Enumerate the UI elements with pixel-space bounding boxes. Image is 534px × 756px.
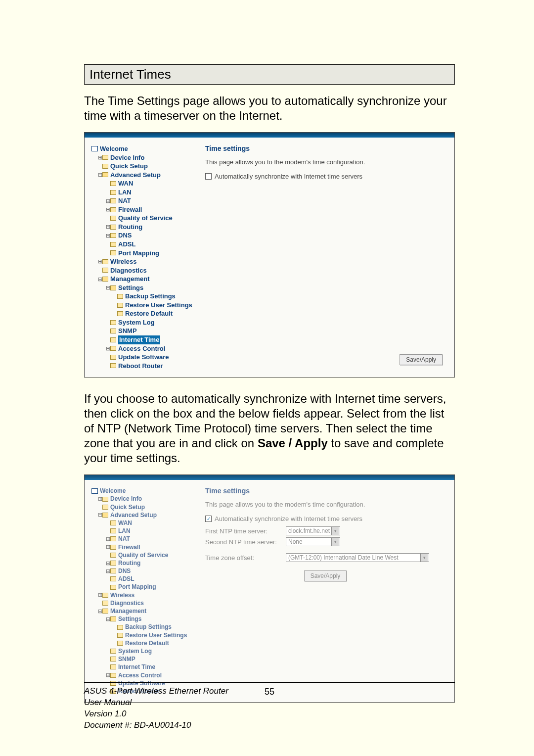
tree-management[interactable]: ⊟Management	[91, 275, 190, 284]
tree-snmp[interactable]: SNMP	[91, 655, 190, 663]
tz-select[interactable]: (GMT-12:00) International Date Line West	[286, 553, 429, 562]
expand-icon[interactable]: ⊞	[97, 591, 102, 599]
expand-icon[interactable]: ⊞	[105, 543, 110, 551]
tree-firewall[interactable]: ⊞Firewall	[91, 543, 190, 551]
expand-icon[interactable]: ⊞	[105, 206, 110, 213]
screenshot-topbar	[85, 475, 454, 480]
tree-dns[interactable]: ⊞DNS	[91, 231, 190, 240]
collapse-icon[interactable]: ⊟	[97, 511, 102, 519]
expand-icon[interactable]: ⊞	[105, 560, 110, 567]
tree-quick-setup[interactable]: Quick Setup	[91, 503, 190, 511]
expand-icon[interactable]: ⊞	[105, 535, 110, 543]
collapse-icon[interactable]: ⊟	[105, 615, 110, 623]
expand-icon[interactable]: ⊞	[105, 567, 110, 575]
content-desc: This page allows you to the modem's time…	[205, 158, 445, 166]
save-apply-button[interactable]: Save/Apply	[304, 570, 347, 581]
tree-wan[interactable]: WAN	[91, 519, 190, 527]
tree-nat[interactable]: ⊞NAT	[91, 535, 190, 543]
footer-line2: User Manual	[84, 697, 455, 709]
first-ntp-select[interactable]: clock.fmt.he.net	[286, 526, 340, 535]
collapse-icon[interactable]: ⊟	[97, 608, 102, 615]
tree-backup[interactable]: Backup Settings	[91, 292, 190, 301]
tree-port-mapping[interactable]: Port Mapping	[91, 583, 190, 591]
tree-device-info[interactable]: ⊞Device Info	[91, 495, 190, 503]
expand-icon[interactable]: ⊞	[105, 345, 110, 352]
tree-lan[interactable]: LAN	[91, 527, 190, 535]
second-ntp-select[interactable]: None	[286, 537, 340, 546]
tree-port-mapping[interactable]: Port Mapping	[91, 249, 190, 258]
expand-icon[interactable]: ⊞	[97, 258, 102, 265]
tree-routing[interactable]: ⊞Routing	[91, 559, 190, 567]
folder-icon	[110, 250, 116, 255]
tree-quick-setup[interactable]: Quick Setup	[91, 162, 190, 171]
tree-internet-time[interactable]: Internet Time	[91, 663, 190, 671]
second-ntp-value: None	[288, 538, 303, 545]
tree-welcome[interactable]: Welcome	[91, 487, 190, 495]
tz-value: (GMT-12:00) International Date Line West	[288, 554, 399, 561]
tree-adsl[interactable]: ADSL	[91, 240, 190, 249]
expand-icon[interactable]: ⊞	[105, 197, 110, 205]
tree-device-info[interactable]: ⊞Device Info	[91, 153, 190, 162]
tree-qos[interactable]: Quality of Service	[91, 214, 190, 223]
tree-diagnostics[interactable]: Diagnostics	[91, 266, 190, 275]
collapse-icon[interactable]: ⊟	[97, 276, 102, 283]
screenshot-topbar	[85, 133, 454, 138]
tree-nat[interactable]: ⊞NAT	[91, 196, 190, 205]
folder-icon	[102, 268, 108, 273]
tree-settings[interactable]: ⊟Settings	[91, 284, 190, 292]
folder-icon	[110, 553, 116, 558]
collapse-icon[interactable]: ⊟	[105, 284, 110, 291]
mid-paragraph: If you choose to automatically synchroni…	[84, 391, 455, 466]
save-apply-button[interactable]: Save/Apply	[400, 354, 443, 365]
tree-wan[interactable]: WAN	[91, 179, 190, 188]
folder-icon	[110, 568, 116, 573]
folder-icon	[102, 505, 108, 510]
folder-icon	[110, 329, 116, 333]
tree-restore-user[interactable]: Restore User Settings	[91, 301, 190, 310]
nav-tree: Welcome ⊞Device Info Quick Setup ⊟Advanc…	[91, 487, 190, 695]
tree-system-log[interactable]: System Log	[91, 318, 190, 327]
tree-lan[interactable]: LAN	[91, 188, 190, 197]
folder-icon	[110, 576, 116, 581]
tree-management[interactable]: ⊟Management	[91, 607, 190, 615]
tree-advanced-setup[interactable]: ⊟Advanced Setup	[91, 511, 190, 519]
tree-restore-default[interactable]: Restore Default	[91, 639, 190, 647]
tree-dns[interactable]: ⊞DNS	[91, 567, 190, 575]
tree-firewall[interactable]: ⊞Firewall	[91, 205, 190, 214]
tree-advanced-setup[interactable]: ⊟Advanced Setup	[91, 171, 190, 180]
page-footer: ASUS 4-Port Wireless Ethernet Router Use…	[84, 682, 455, 731]
footer-line3: Version 1.0	[84, 709, 455, 720]
folder-open-icon	[110, 616, 116, 621]
tree-restore-default[interactable]: Restore Default	[91, 309, 190, 318]
tree-backup[interactable]: Backup Settings	[91, 623, 190, 631]
tree-access-control[interactable]: ⊞Access Control	[91, 344, 190, 353]
expand-icon[interactable]: ⊞	[97, 495, 102, 503]
folder-icon	[110, 320, 116, 325]
tree-diagnostics[interactable]: Diagnostics	[91, 599, 190, 607]
tree-routing[interactable]: ⊞Routing	[91, 223, 190, 232]
tree-snmp[interactable]: SNMP	[91, 327, 190, 335]
expand-icon[interactable]: ⊞	[105, 232, 110, 239]
tree-wireless[interactable]: ⊞Wireless	[91, 591, 190, 599]
folder-icon	[102, 593, 108, 598]
tree-welcome[interactable]: Welcome	[91, 144, 190, 153]
tree-qos[interactable]: Quality of Service	[91, 551, 190, 559]
expand-icon[interactable]: ⊞	[105, 671, 110, 679]
tree-settings[interactable]: ⊟Settings	[91, 615, 190, 623]
tree-system-log[interactable]: System Log	[91, 647, 190, 655]
content-title: Time settings	[205, 144, 445, 152]
tree-restore-user[interactable]: Restore User Settings	[91, 631, 190, 639]
second-ntp-label: Second NTP time server:	[205, 538, 282, 546]
tree-access-control[interactable]: ⊞Access Control	[91, 671, 190, 679]
auto-sync-checkbox[interactable]: ✓	[205, 516, 212, 522]
expand-icon[interactable]: ⊞	[105, 223, 110, 231]
collapse-icon[interactable]: ⊟	[97, 171, 102, 179]
folder-icon	[110, 207, 116, 212]
tree-internet-time[interactable]: Internet Time	[91, 335, 190, 344]
tree-adsl[interactable]: ADSL	[91, 575, 190, 583]
tree-update-sw[interactable]: Update Software	[91, 353, 190, 362]
auto-sync-checkbox[interactable]	[205, 173, 212, 180]
expand-icon[interactable]: ⊞	[97, 154, 102, 161]
tree-reboot[interactable]: Reboot Router	[91, 362, 190, 371]
tree-wireless[interactable]: ⊞Wireless	[91, 257, 190, 266]
